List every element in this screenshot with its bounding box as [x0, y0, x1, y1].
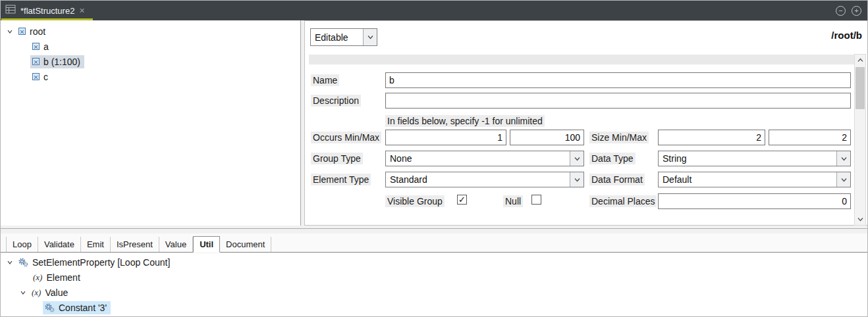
decimal-places-input[interactable]: [658, 193, 851, 209]
gears-icon: [18, 258, 28, 267]
util-node-label: Value: [45, 287, 68, 298]
chevron-down-icon[interactable]: [6, 28, 14, 35]
chevron-down-icon[interactable]: [836, 172, 850, 187]
tab-validate[interactable]: Validate: [38, 237, 81, 252]
util-node[interactable]: (x) Value: [30, 286, 72, 299]
titlebar: *flatStructure2 × − +: [1, 1, 867, 20]
element-type-label: Element Type: [311, 174, 371, 185]
tree-row-root[interactable]: root: [1, 24, 300, 39]
tab-value[interactable]: Value: [159, 237, 193, 252]
util-node-selected[interactable]: Constant '3': [43, 301, 111, 314]
chevron-down-icon[interactable]: [6, 259, 14, 266]
data-type-dropdown[interactable]: String: [658, 151, 851, 166]
description-input[interactable]: [385, 93, 851, 109]
size-minmax-label: Size Min/Max: [589, 132, 649, 143]
tree-node-selected[interactable]: b (1:100): [30, 55, 84, 68]
unlimited-hint-text: In fields below, specify -1 for unlimite…: [385, 115, 545, 127]
tree-node-label: b (1:100): [43, 57, 80, 67]
element-path-label: /root/b: [831, 30, 862, 41]
scrollbar-thumb[interactable]: [855, 67, 865, 109]
util-tree-panel: SetElementProperty [Loop Count] (x) Elem…: [1, 253, 867, 316]
util-node-label: SetElementProperty [Loop Count]: [32, 257, 170, 268]
tree-node[interactable]: root: [16, 25, 49, 38]
chevron-down-icon[interactable]: [570, 172, 583, 187]
editor-tab[interactable]: *flatStructure2 ×: [1, 1, 94, 20]
group-type-dropdown[interactable]: None: [385, 151, 584, 166]
util-row-value[interactable]: (x) Value: [1, 285, 867, 300]
tree-node-label: a: [43, 41, 49, 52]
occurs-min-input[interactable]: [385, 130, 506, 145]
editable-dropdown-value: Editable: [311, 29, 363, 45]
util-node[interactable]: SetElementProperty [Loop Count]: [16, 256, 174, 269]
structure-editor-icon: [5, 5, 16, 16]
data-format-dropdown[interactable]: Default: [658, 172, 851, 187]
tree-row-c[interactable]: c: [1, 69, 300, 84]
visible-group-label: Visible Group: [385, 195, 445, 207]
element-icon: [32, 58, 40, 65]
data-format-value: Default: [659, 172, 836, 187]
util-node-label: Constant '3': [59, 303, 107, 313]
bottom-tabstrip: Loop Validate Emit IsPresent Value Util …: [1, 233, 867, 253]
data-type-value: String: [659, 151, 836, 166]
group-type-label: Group Type: [311, 153, 363, 164]
size-min-input[interactable]: [658, 130, 765, 145]
group-type-value: None: [386, 151, 570, 166]
decimal-places-label: Decimal Places: [589, 195, 657, 207]
tree-node-label: root: [30, 26, 45, 37]
editor-tab-title: *flatStructure2: [20, 6, 74, 16]
element-type-value: Standard: [386, 172, 570, 187]
name-label: Name: [311, 74, 339, 86]
tab-ispresent[interactable]: IsPresent: [111, 237, 159, 252]
horizontal-splitter[interactable]: [1, 228, 867, 229]
occurs-minmax-label: Occurs Min/Max: [311, 132, 381, 143]
element-icon: [32, 43, 40, 50]
data-format-label: Data Format: [589, 174, 645, 185]
tab-loop[interactable]: Loop: [6, 237, 38, 252]
chevron-down-icon[interactable]: [19, 289, 27, 296]
element-icon: [32, 73, 40, 80]
visible-group-checkbox[interactable]: ✓: [457, 195, 467, 205]
scroll-down-icon[interactable]: [855, 214, 865, 225]
scroll-up-icon[interactable]: [855, 55, 865, 66]
data-type-label: Data Type: [589, 153, 636, 164]
variable-icon: (x): [32, 287, 41, 298]
tree-row-a[interactable]: a: [1, 39, 300, 54]
description-label: Description: [311, 95, 361, 107]
application-window: *flatStructure2 × − + root a b (1:100): [0, 0, 868, 317]
gears-icon: [45, 303, 55, 312]
tree-row-b[interactable]: b (1:100): [1, 54, 300, 69]
util-node-label: Element: [46, 272, 80, 283]
tree-node[interactable]: c: [30, 70, 52, 84]
tree-node[interactable]: a: [30, 40, 53, 53]
close-tab-icon[interactable]: ×: [79, 5, 84, 16]
name-input[interactable]: [385, 72, 851, 88]
util-row-element[interactable]: (x) Element: [1, 270, 867, 285]
chevron-down-icon[interactable]: [836, 151, 850, 166]
tab-document[interactable]: Document: [220, 237, 271, 252]
tree-node-label: c: [43, 72, 48, 82]
element-icon: [18, 28, 26, 35]
null-label: Null: [503, 195, 523, 207]
util-row-constant[interactable]: Constant '3': [1, 300, 867, 315]
chevron-down-icon[interactable]: [363, 29, 377, 45]
util-row-setelementproperty[interactable]: SetElementProperty [Loop Count]: [1, 255, 867, 270]
size-max-input[interactable]: [769, 130, 851, 145]
element-type-dropdown[interactable]: Standard: [385, 172, 584, 187]
properties-panel: Editable /root/b Name Description In fie…: [304, 20, 868, 226]
null-checkbox[interactable]: ✓: [531, 195, 541, 205]
tab-emit[interactable]: Emit: [81, 237, 111, 252]
chevron-down-icon[interactable]: [570, 151, 583, 166]
structure-tree-panel: root a b (1:100) c: [1, 20, 301, 226]
editable-dropdown[interactable]: Editable: [310, 28, 377, 46]
maximize-icon[interactable]: +: [852, 6, 861, 16]
form-header-band: [309, 55, 854, 64]
variable-icon: (x): [33, 272, 42, 283]
checkmark-icon: ✓: [458, 195, 466, 204]
minimize-icon[interactable]: −: [836, 6, 846, 16]
util-node[interactable]: (x) Element: [31, 271, 84, 284]
tab-util[interactable]: Util: [193, 236, 220, 253]
vertical-scrollbar[interactable]: [854, 54, 866, 226]
occurs-max-input[interactable]: [510, 130, 584, 145]
